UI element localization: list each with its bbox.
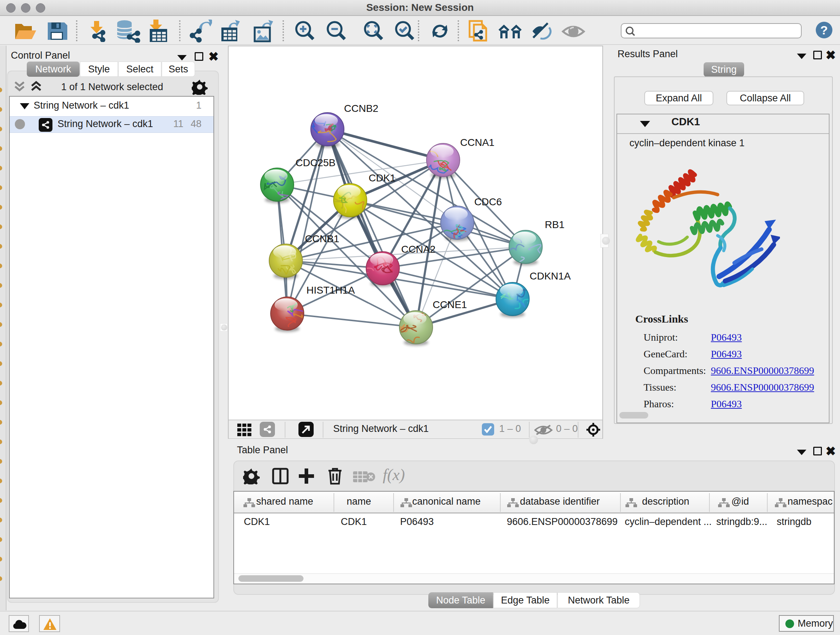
svg-text:HIST1H1A: HIST1H1A <box>306 285 355 296</box>
svg-text:CCNE1: CCNE1 <box>433 299 467 310</box>
svg-text:CDC25B: CDC25B <box>295 157 335 168</box>
svg-text:RB1: RB1 <box>545 219 564 230</box>
svg-text:CCNB2: CCNB2 <box>344 103 378 114</box>
svg-text:CCNA2: CCNA2 <box>401 244 436 255</box>
svg-text:CDKN1A: CDKN1A <box>530 271 571 282</box>
svg-text:CDC6: CDC6 <box>474 196 502 207</box>
svg-text:CCNA1: CCNA1 <box>460 137 494 148</box>
svg-text:CDK1: CDK1 <box>369 172 396 184</box>
svg-text:CCNB1: CCNB1 <box>305 233 339 244</box>
